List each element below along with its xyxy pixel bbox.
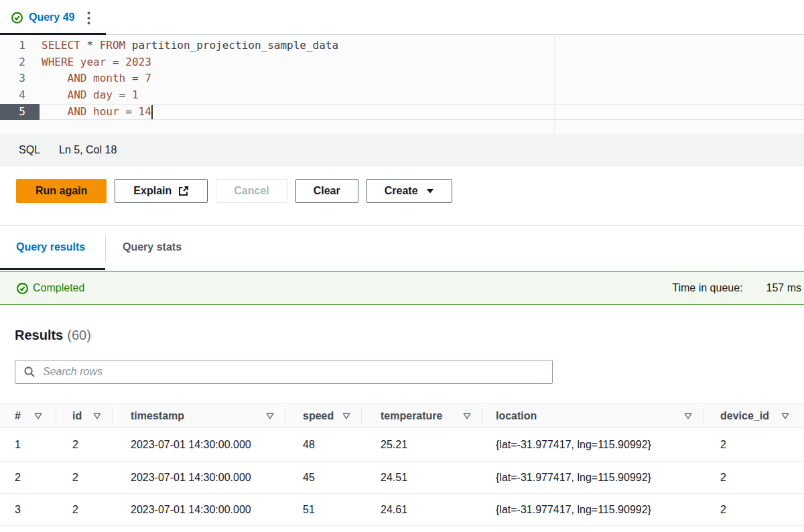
code-line: AND month = 7: [42, 70, 338, 87]
column-label: location: [496, 410, 537, 422]
column-label: temperature: [381, 410, 442, 422]
column-header-device_id: device_id: [704, 404, 804, 427]
code-line: AND hour = 14: [42, 104, 338, 121]
table-cell: 45: [285, 472, 362, 484]
column-header-location: location: [482, 404, 704, 427]
editor-cursor: [151, 105, 153, 119]
filter-triangle-icon[interactable]: [266, 413, 274, 419]
code-line: AND day = 1: [42, 87, 338, 104]
query-actions: Run again Explain Cancel Clear Create: [0, 166, 804, 225]
editor-language-label: SQL: [19, 144, 40, 156]
query-tab-menu-button[interactable]: [82, 9, 94, 27]
time-in-queue-value: 157 ms: [766, 282, 801, 294]
column-header-temperature: temperature: [362, 404, 482, 427]
table-cell: 24.51: [362, 472, 482, 484]
line-number: 1: [0, 38, 40, 54]
table-cell: 24.61: [362, 504, 482, 516]
table-cell: 2023-07-01 14:30:00.000: [113, 504, 285, 516]
line-number: 5: [0, 104, 40, 121]
table-cell: 2: [56, 472, 113, 484]
table-cell: 3: [0, 504, 56, 516]
kebab-menu-icon: [87, 11, 90, 25]
search-rows-box: [15, 360, 553, 384]
table-cell: 1: [0, 439, 56, 451]
column-label: device_id: [720, 410, 769, 422]
completed-check-icon: [17, 283, 28, 294]
table-cell: 2: [0, 472, 56, 484]
editor-code[interactable]: SELECT * FROM partition_projection_sampl…: [42, 38, 338, 120]
tab-query-results[interactable]: Query results: [16, 226, 85, 269]
filter-triangle-icon[interactable]: [781, 413, 789, 419]
table-cell: 2023-07-01 14:30:00.000: [113, 472, 285, 484]
filter-triangle-icon[interactable]: [684, 413, 692, 419]
results-table-header: #idtimestampspeedtemperaturelocationdevi…: [0, 404, 804, 428]
table-cell: {lat=-31.977417, lng=115.90992}: [482, 472, 704, 484]
table-cell: 48: [285, 439, 362, 451]
table-cell: 2: [56, 504, 113, 516]
search-rows-input[interactable]: [43, 366, 544, 378]
results-tab-bar: Query results Query stats: [0, 225, 804, 270]
code-line: SELECT * FROM partition_projection_sampl…: [42, 38, 338, 54]
query-status-label: Completed: [33, 282, 84, 294]
column-label: #: [15, 410, 21, 422]
table-cell: {lat=-31.977417, lng=115.90992}: [482, 439, 704, 451]
table-row: 222023-07-01 14:30:00.0004524.51{lat=-31…: [0, 462, 804, 494]
search-icon: [23, 366, 36, 378]
filter-triangle-icon[interactable]: [463, 413, 471, 419]
results-title: Results(60): [15, 328, 804, 343]
explain-button[interactable]: Explain: [115, 179, 208, 203]
sql-editor[interactable]: 12345 SELECT * FROM partition_projection…: [0, 35, 804, 134]
external-link-icon: [178, 186, 189, 196]
create-button[interactable]: Create: [366, 179, 452, 203]
active-results-tab-indicator: [0, 268, 105, 270]
table-cell: {lat=-31.977417, lng=115.90992}: [482, 504, 704, 516]
table-cell: 2: [704, 504, 804, 516]
column-header-row-number: #: [0, 404, 56, 427]
editor-gutter: 12345: [0, 38, 40, 120]
table-cell: 51: [285, 504, 362, 516]
column-header-speed: speed: [285, 404, 362, 427]
tab-separator: [105, 237, 106, 262]
column-header-timestamp: timestamp: [113, 404, 285, 427]
query-tab-bar: Query 49: [0, 0, 804, 35]
tab-query-stats[interactable]: Query stats: [123, 226, 182, 269]
results-count: (60): [67, 328, 91, 342]
editor-status-bar: SQL Ln 5, Col 18: [0, 134, 804, 166]
query-success-icon: [11, 12, 23, 23]
table-cell: 25.21: [362, 439, 482, 451]
code-line: WHERE year = 2023: [42, 54, 338, 71]
run-again-button[interactable]: Run again: [16, 179, 107, 203]
query-tab[interactable]: Query 49: [0, 0, 74, 35]
cursor-position-label: Ln 5, Col 18: [59, 144, 117, 156]
filter-triangle-icon[interactable]: [342, 413, 350, 419]
clear-button[interactable]: Clear: [295, 179, 358, 203]
table-cell: 2: [56, 439, 113, 451]
table-row: 122023-07-01 14:30:00.0004825.21{lat=-31…: [0, 428, 804, 462]
table-cell: 2: [704, 439, 804, 451]
line-number: 3: [0, 70, 40, 87]
line-number: 2: [0, 54, 40, 71]
filter-triangle-icon[interactable]: [34, 413, 42, 419]
query-tab-title: Query 49: [29, 11, 74, 23]
filter-triangle-icon[interactable]: [93, 413, 101, 419]
column-label: timestamp: [131, 410, 184, 422]
table-row: 322023-07-01 14:30:00.0005124.61{lat=-31…: [0, 494, 804, 526]
table-cell: 2: [704, 472, 804, 484]
line-number: 4: [0, 87, 40, 104]
table-cell: 2023-07-01 14:30:00.000: [113, 439, 285, 451]
column-label: id: [72, 410, 82, 422]
column-label: speed: [303, 410, 334, 422]
column-header-id: id: [56, 404, 113, 427]
time-in-queue-label: Time in queue:: [672, 282, 742, 294]
caret-down-icon: [426, 188, 434, 194]
results-table-body: 122023-07-01 14:30:00.0004825.21{lat=-31…: [0, 428, 804, 526]
query-status-banner: Completed Time in queue: 157 ms: [0, 271, 804, 305]
results-table: #idtimestampspeedtemperaturelocationdevi…: [0, 403, 804, 526]
results-section-header: Results(60): [0, 328, 804, 384]
cancel-button[interactable]: Cancel: [216, 179, 287, 203]
